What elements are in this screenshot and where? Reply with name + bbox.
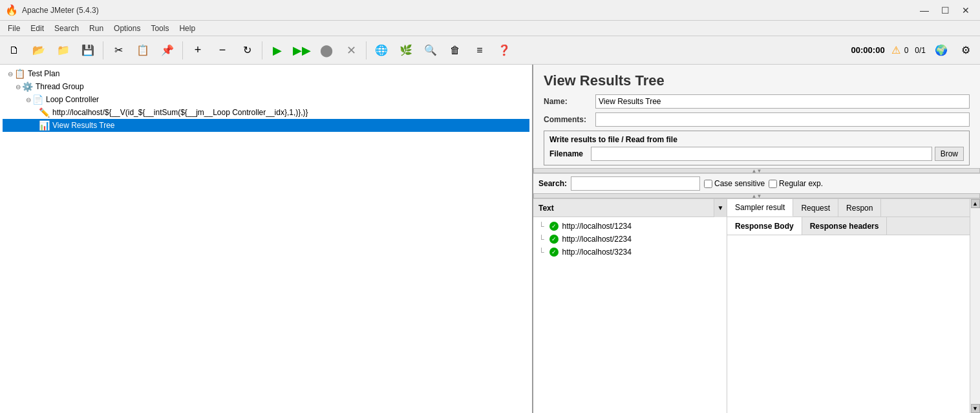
success-icon-2: ✓ [549, 235, 559, 244]
settings-button[interactable]: ⚙ [954, 39, 977, 62]
regular-exp-checkbox[interactable] [769, 180, 777, 188]
add-button[interactable]: + [186, 39, 209, 62]
filename-label: Filename [549, 149, 588, 158]
result-item-3[interactable]: └ ✓ http://localhost/3234 [533, 246, 727, 259]
paste-button[interactable]: 📌 [156, 39, 179, 62]
regular-exp-label[interactable]: Regular exp. [769, 179, 823, 188]
tab-response-body[interactable]: Response Body [727, 217, 802, 235]
menu-help[interactable]: Help [174, 23, 200, 34]
start-button[interactable]: ▶ [266, 39, 289, 62]
result-item-1[interactable]: └ ✓ http://localhost/1234 [533, 220, 727, 233]
menu-options[interactable]: Options [109, 23, 145, 34]
result-item-2[interactable]: └ ✓ http://localhost/2234 [533, 233, 727, 246]
toolbar: 🗋 📂 📁 💾 ✂ 📋 📌 + − ↻ ▶ ▶▶ ⬤ ✕ 🌐 🌿 🔍 🗑 ≡ ❓… [0, 36, 980, 65]
dropdown-label: Text [533, 204, 714, 213]
tree-node-thread-group[interactable]: ⊖ ⚙️ Thread Group [3, 80, 529, 93]
close-button[interactable]: ✕ [957, 3, 975, 17]
tab-response-headers[interactable]: Response headers [802, 217, 888, 235]
filename-input[interactable] [591, 147, 932, 161]
shutdown-button[interactable]: ✕ [339, 39, 363, 62]
cut-button[interactable]: ✂ [107, 39, 130, 62]
result-url-1: http://localhost/1234 [562, 222, 632, 231]
comments-row: Comments: [544, 112, 970, 127]
toggle-button[interactable]: ↻ [235, 39, 259, 62]
warning-icon: ⚠ [891, 44, 900, 56]
new-button[interactable]: 🗋 [3, 39, 26, 62]
remote-start-button[interactable]: 🌐 [370, 39, 393, 62]
save-button[interactable]: 💾 [76, 39, 100, 62]
help-button[interactable]: ❓ [493, 39, 516, 62]
tree-node-view-results-tree[interactable]: 📊 View Results Tree [3, 119, 529, 132]
remove-button[interactable]: − [211, 39, 234, 62]
loop-controller-label: Loop Controller [46, 95, 99, 104]
http-request-icon: ✏️ [39, 107, 50, 118]
separator-2 [182, 41, 183, 59]
test-plan-tree: ⊖ 📋 Test Plan ⊖ ⚙️ Thread Group ⊖ 📄 Loop… [0, 65, 533, 413]
right-scrollbar[interactable]: ▲ ▼ [970, 199, 980, 413]
start-no-pause-button[interactable]: ▶▶ [290, 39, 314, 62]
thread-group-label: Thread Group [36, 82, 84, 91]
tree-node-loop-controller[interactable]: ⊖ 📄 Loop Controller [3, 93, 529, 106]
results-detail: Sampler result Request Respon Response B… [727, 199, 970, 413]
main-area: ⊖ 📋 Test Plan ⊖ ⚙️ Thread Group ⊖ 📄 Loop… [0, 65, 980, 413]
results-list-header: Text ▼ [533, 199, 727, 217]
case-sensitive-label[interactable]: Case sensitive [704, 179, 765, 188]
detail-tabs-second: Response Body Response headers [727, 217, 970, 235]
name-input[interactable] [595, 94, 970, 109]
view-results-tree-label: View Results Tree [52, 121, 115, 130]
search-btn[interactable]: 🔍 [419, 39, 442, 62]
detail-content [727, 235, 970, 413]
open-templates-button[interactable]: 📂 [27, 39, 50, 62]
scroll-up-btn[interactable]: ▲ [971, 199, 980, 208]
globe-button[interactable]: 🌍 [930, 39, 953, 62]
browse-button[interactable]: Brow [935, 147, 964, 161]
http-request-label: http://localhost/${__V(id_${__intSum(${_… [52, 108, 308, 117]
results-list: Text ▼ └ ✓ http://localhost/1234 └ ✓ htt… [533, 199, 727, 413]
tree-node-http-request[interactable]: ✏️ http://localhost/${__V(id_${__intSum(… [3, 106, 529, 119]
tab-request[interactable]: Request [793, 199, 838, 217]
remote-start-all-button[interactable]: 🌿 [394, 39, 418, 62]
search-label: Search: [538, 179, 567, 188]
tab-response[interactable]: Respon [838, 199, 881, 217]
dropdown-button[interactable]: ▼ [714, 199, 727, 217]
result-url-3: http://localhost/3234 [562, 248, 632, 257]
drag-handle-2[interactable]: ▲▼ [533, 193, 980, 198]
minimize-button[interactable]: — [915, 3, 933, 17]
search-input[interactable] [571, 176, 700, 191]
results-list-items: └ ✓ http://localhost/1234 └ ✓ http://loc… [533, 217, 727, 413]
tree-line-3: └ [538, 248, 544, 257]
test-plan-label: Test Plan [28, 69, 59, 78]
vrt-title: View Results Tree [533, 65, 980, 94]
copy-button[interactable]: 📋 [131, 39, 154, 62]
scroll-down-btn[interactable]: ▼ [971, 404, 980, 413]
menu-run[interactable]: Run [84, 23, 109, 34]
open-button[interactable]: 📁 [52, 39, 75, 62]
detail-tabs-top: Sampler result Request Respon [727, 199, 970, 217]
right-panel: View Results Tree Name: Comments: Write … [533, 65, 980, 413]
case-sensitive-checkbox[interactable] [704, 180, 712, 188]
app-icon: 🔥 [5, 4, 18, 16]
menu-tools[interactable]: Tools [145, 23, 174, 34]
file-section: Write results to file / Read from file F… [544, 131, 970, 165]
menu-search[interactable]: Search [49, 23, 84, 34]
success-icon-1: ✓ [549, 222, 559, 231]
separator-3 [262, 41, 262, 59]
menubar: File Edit Search Run Options Tools Help [0, 21, 980, 36]
run-ratio: 0/1 [915, 46, 926, 55]
tab-sampler-result[interactable]: Sampler result [727, 199, 793, 217]
menu-file[interactable]: File [3, 23, 25, 34]
stop-button[interactable]: ⬤ [315, 39, 338, 62]
drag-handle-1[interactable]: ▲▼ [533, 168, 980, 173]
loop-controller-icon: 📄 [32, 94, 43, 105]
function-helper-button[interactable]: ≡ [468, 39, 491, 62]
tree-node-test-plan[interactable]: ⊖ 📋 Test Plan [3, 67, 529, 80]
warning-count: 0 [904, 46, 909, 55]
maximize-button[interactable]: ☐ [936, 3, 954, 17]
comments-label: Comments: [544, 115, 595, 124]
window-controls: — ☐ ✕ [915, 3, 975, 17]
menu-edit[interactable]: Edit [25, 23, 49, 34]
timer-display: 00:00:00 [851, 45, 885, 55]
case-sensitive-text: Case sensitive [714, 179, 765, 188]
comments-input[interactable] [595, 112, 970, 127]
clear-button[interactable]: 🗑 [443, 39, 467, 62]
